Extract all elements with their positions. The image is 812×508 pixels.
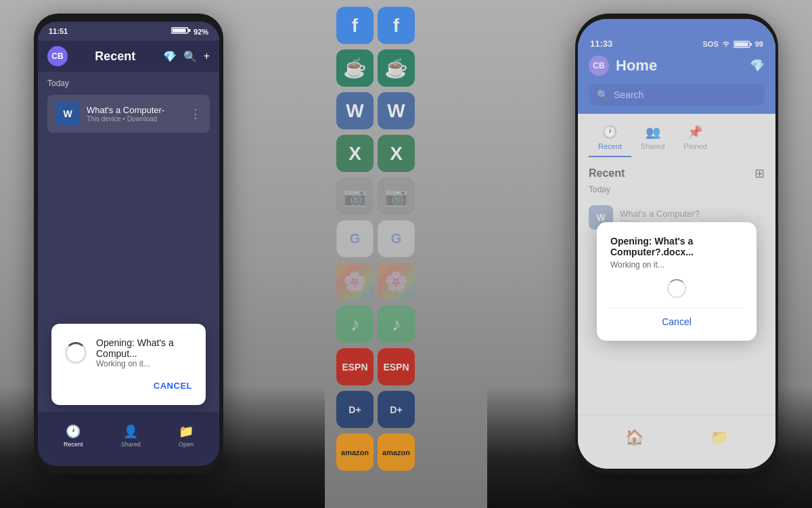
android-phone: 11:51 92% CB Recent 💎 🔍 + Today W What's… (34, 14, 223, 474)
facebook-icon-2: f (378, 7, 415, 44)
google-icon-2: G (378, 220, 415, 257)
android-title: Recent (68, 49, 163, 64)
android-today-label: Today (47, 79, 210, 88)
svg-rect-2 (172, 29, 185, 33)
open-nav-icon: 📁 (179, 424, 194, 439)
amazon-icon: amazon (336, 433, 374, 471)
file-info: What's a Computer- This device • Downloa… (87, 105, 183, 123)
ios-cancel-button[interactable]: Cancel (610, 308, 743, 327)
dialog-subtitle: Working on it... (96, 359, 192, 368)
shared-nav-label: Shared (121, 441, 141, 448)
search-icon[interactable]: 🔍 (183, 50, 197, 63)
word-file-icon: W (55, 102, 80, 126)
ios-dialog-subtitle: Working on it... (610, 260, 743, 270)
add-icon[interactable]: + (204, 50, 210, 63)
ios-dialog: Opening: What's a Computer?.docx... Work… (597, 222, 757, 341)
word-icon: W (336, 92, 374, 129)
android-cancel-button[interactable]: CANCEL (154, 381, 192, 391)
android-nav-recent[interactable]: 🕐 Recent (64, 424, 83, 448)
android-file-item[interactable]: W What's a Computer- This device • Downl… (47, 95, 210, 133)
loading-spinner (65, 342, 87, 364)
espn-icon: ESPN (336, 348, 374, 385)
android-header: CB Recent 💎 🔍 + (38, 41, 219, 72)
camera-icon: 📷 (336, 177, 374, 215)
ios-dialog-title: Opening: What's a Computer?.docx... (610, 236, 743, 257)
photos-icon: 🌸 (336, 263, 374, 300)
excel-icon-2: X (378, 135, 415, 172)
android-avatar: CB (47, 46, 68, 66)
android-dialog-content: Opening: What's a Comput... Working on i… (65, 337, 192, 368)
google-icon: G (336, 220, 374, 257)
file-name: What's a Computer- (87, 105, 183, 115)
camera-icon-2: 📷 (378, 177, 415, 215)
more-options-icon[interactable]: ⋮ (189, 106, 202, 121)
android-status-bar: 11:51 92% (38, 22, 219, 41)
starbucks-icon: ☕ (336, 49, 374, 87)
recent-nav-icon: 🕐 (66, 424, 81, 439)
recent-nav-label: Recent (64, 441, 83, 448)
android-battery: 92% (171, 26, 208, 36)
excel-icon: X (336, 135, 374, 172)
diamond-icon[interactable]: 💎 (163, 50, 177, 63)
espn-icon-2: ESPN (378, 348, 415, 385)
amazon-icon-2: amazon (378, 433, 415, 471)
android-header-icons: 💎 🔍 + (163, 50, 210, 63)
spotify-icon: ♪ (336, 305, 374, 343)
photos-icon-2: 🌸 (378, 263, 415, 300)
battery-pct: 92% (194, 28, 208, 36)
shared-nav-icon: 👤 (123, 424, 138, 439)
dialog-title: Opening: What's a Comput... (96, 337, 192, 359)
android-cancel-container: CANCEL (65, 379, 192, 391)
word-icon-2: W (378, 92, 415, 129)
middle-apps-column: f f ☕ ☕ W W X X 📷 📷 G G 🌸 🌸 ♪ ♪ ESPN ESP… (332, 0, 420, 508)
android-dialog: Opening: What's a Comput... Working on i… (51, 324, 206, 405)
disney-icon-2: D+ (378, 391, 415, 428)
android-time: 11:51 (49, 27, 68, 35)
android-content: Today W What's a Computer- This device •… (38, 72, 219, 145)
android-nav-open[interactable]: 📁 Open (179, 424, 194, 448)
ios-screen: 11:33 SOS 99 CB Home 💎 🔍 Search (578, 19, 775, 469)
ios-loading-spinner (667, 279, 686, 298)
svg-rect-1 (188, 29, 190, 32)
file-location: This device • Download (87, 115, 183, 123)
android-screen: 11:51 92% CB Recent 💎 🔍 + Today W What's… (38, 22, 219, 466)
android-bottom-nav: 🕐 Recent 👤 Shared 📁 Open (38, 412, 219, 466)
ios-phone: 11:33 SOS 99 CB Home 💎 🔍 Search (575, 14, 778, 474)
disney-icon: D+ (336, 391, 374, 428)
spotify-icon-2: ♪ (378, 305, 415, 343)
open-nav-label: Open (179, 441, 194, 448)
facebook-icon: f (336, 7, 374, 44)
starbucks-icon-2: ☕ (378, 49, 415, 87)
dialog-text: Opening: What's a Comput... Working on i… (96, 337, 192, 368)
android-nav-shared[interactable]: 👤 Shared (121, 424, 141, 448)
